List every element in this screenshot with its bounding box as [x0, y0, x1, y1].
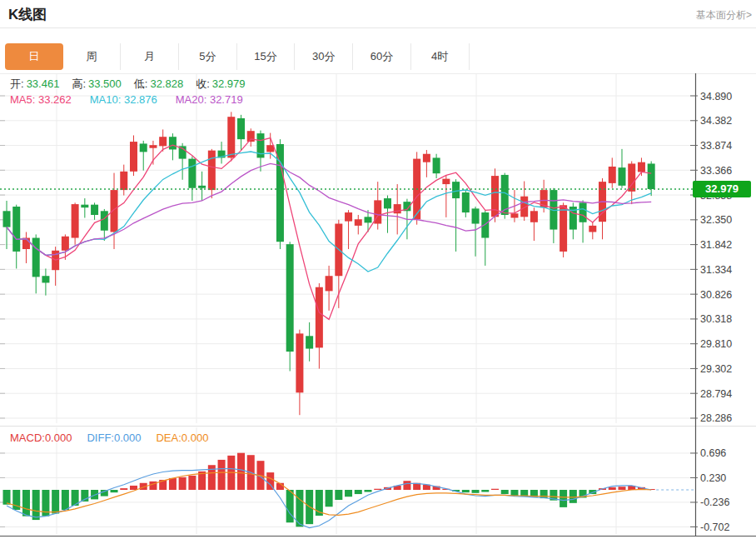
- macd-bar: [169, 478, 177, 490]
- macd-bar: [62, 490, 69, 510]
- macd-bar: [179, 477, 187, 490]
- axis-label: 29.302: [700, 363, 732, 375]
- candle-body: [286, 244, 294, 352]
- macd-bar: [32, 490, 40, 520]
- macd-bar: [345, 490, 352, 497]
- candle-body: [472, 208, 480, 223]
- axis-label: 31.842: [700, 239, 732, 251]
- axis-label: 29.810: [700, 338, 732, 350]
- candle-body: [618, 167, 625, 186]
- candle-body: [638, 162, 645, 172]
- candle-body: [296, 333, 303, 392]
- dea-label: DEA:: [156, 432, 181, 444]
- macd-bar: [609, 487, 616, 490]
- candle-body: [42, 276, 49, 282]
- macd-bar: [510, 490, 518, 496]
- candle-body: [227, 117, 235, 157]
- open-value: 33.461: [27, 77, 60, 90]
- candle-body: [394, 204, 401, 213]
- macd-bar: [130, 486, 137, 490]
- candle-body: [510, 213, 518, 217]
- candle-body: [355, 219, 362, 226]
- candle-body: [589, 226, 596, 232]
- axis-label: 28.794: [700, 388, 732, 400]
- candle-body: [130, 142, 137, 172]
- macd-bar: [335, 490, 342, 500]
- macd-bar: [22, 490, 30, 517]
- high-label: 高:: [72, 77, 86, 90]
- axis-label: -0.236: [700, 497, 729, 508]
- candle-body: [198, 186, 206, 188]
- macd-bar: [540, 490, 548, 498]
- open-label: 开:: [10, 77, 24, 90]
- axis-label: -0.702: [700, 522, 729, 533]
- macd-bar: [326, 490, 333, 507]
- candle-body: [3, 211, 11, 227]
- candle-body: [530, 211, 538, 222]
- current-price-tag-text: 32.979: [705, 182, 739, 195]
- axis-label: 30.826: [700, 289, 732, 301]
- candle-body: [237, 118, 245, 139]
- candle-body: [188, 159, 196, 188]
- axis-label: 32.350: [700, 214, 732, 226]
- macd-bar: [218, 460, 226, 490]
- axis-label: 34.890: [700, 91, 732, 102]
- candle-body: [452, 182, 460, 198]
- axis-label: 30.318: [700, 313, 732, 325]
- candle-body: [365, 217, 372, 222]
- macd-legend: MACD:0.000 DIFF:0.000 DEA:0.000: [10, 432, 208, 444]
- candle-body: [72, 204, 79, 237]
- candle-body: [326, 276, 333, 291]
- ma10-label: MA10:: [90, 93, 122, 106]
- diff-label: DIFF:: [87, 432, 114, 444]
- candle-body: [462, 192, 470, 212]
- dea-value: 0.000: [182, 432, 209, 444]
- candle-body: [306, 336, 313, 348]
- macd-bar: [237, 453, 245, 490]
- macd-bar: [111, 490, 118, 492]
- candle-body: [579, 202, 587, 222]
- macd-bar: [569, 490, 577, 503]
- ma20-label: MA20:: [176, 93, 207, 106]
- candle-body: [111, 190, 118, 232]
- candle-body: [423, 154, 430, 162]
- candle-body: [208, 151, 216, 190]
- candle-body: [62, 237, 69, 251]
- macd-bar: [188, 476, 196, 490]
- candle-body: [149, 145, 157, 148]
- low-value: 32.828: [150, 77, 183, 90]
- axis-label: 31.334: [700, 264, 732, 276]
- candle-body: [159, 137, 167, 146]
- macd-bar: [3, 490, 11, 505]
- macd-bar: [618, 487, 625, 490]
- close-label: 收:: [196, 77, 210, 90]
- candle-body: [140, 143, 147, 152]
- candle-body: [12, 207, 20, 252]
- macd-bar: [560, 490, 567, 507]
- candle-body: [316, 287, 323, 348]
- ma5-label: MA5:: [10, 93, 35, 106]
- axis-label: 34.382: [700, 115, 732, 127]
- candle-body: [120, 172, 127, 190]
- axis-label: 0.696: [700, 447, 726, 459]
- macd-bar: [501, 490, 509, 494]
- macd-value: 0.000: [45, 432, 72, 444]
- candle-body: [81, 205, 88, 208]
- ma5-value: 33.262: [38, 93, 72, 106]
- macd-bar: [266, 472, 274, 490]
- candle-body: [247, 131, 255, 142]
- candle-body: [32, 238, 40, 277]
- macd-bar: [472, 490, 480, 493]
- axis-label: 33.366: [700, 165, 732, 177]
- candle-body: [384, 198, 391, 208]
- ohlc-legend: 开:33.461 高:33.500 低:32.828 收:32.979: [10, 77, 246, 92]
- axis-label: 33.874: [700, 140, 732, 152]
- macd-bar: [286, 490, 294, 522]
- ma-legend: MA5: 33.262 MA10: 32.876 MA20: 32.719: [10, 93, 243, 106]
- macd-bar: [355, 490, 362, 494]
- macd-bar: [52, 490, 59, 513]
- candle-body: [91, 205, 98, 215]
- macd-bar: [120, 488, 127, 490]
- candle-body: [609, 167, 616, 183]
- candle-body: [101, 211, 108, 230]
